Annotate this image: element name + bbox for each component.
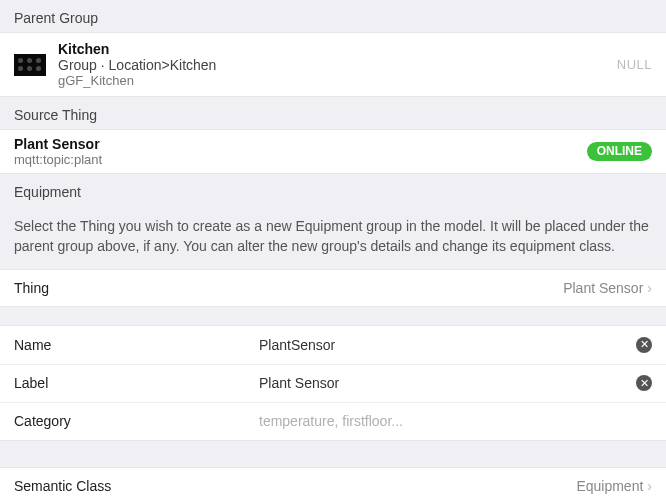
category-input[interactable] xyxy=(259,413,652,429)
source-thing-status-wrap: ONLINE xyxy=(587,142,652,161)
semantic-class-row[interactable]: Semantic Class Equipment › xyxy=(0,467,666,500)
name-row: Name ✕ xyxy=(0,326,666,364)
thing-selector-value: Plant Sensor xyxy=(563,280,643,296)
status-badge: ONLINE xyxy=(587,142,652,161)
source-thing-id: mqtt:topic:plant xyxy=(14,152,587,167)
source-thing-header: Source Thing xyxy=(0,97,666,129)
spacer xyxy=(0,307,666,325)
clear-name-button[interactable]: ✕ xyxy=(636,337,652,353)
chevron-right-icon: › xyxy=(647,478,652,494)
source-thing-title: Plant Sensor xyxy=(14,136,587,152)
semantic-class-value: Equipment xyxy=(576,478,643,494)
equipment-help-text: Select the Thing you wish to create as a… xyxy=(0,206,666,269)
clear-label-button[interactable]: ✕ xyxy=(636,375,652,391)
label-row: Label ✕ xyxy=(0,364,666,402)
equipment-form: Name ✕ Label ✕ Category xyxy=(0,325,666,441)
source-thing-row[interactable]: Plant Sensor mqtt:topic:plant ONLINE xyxy=(0,129,666,174)
name-input[interactable] xyxy=(259,337,628,353)
category-row: Category xyxy=(0,402,666,440)
semantic-class-label: Semantic Class xyxy=(14,478,111,494)
chevron-right-icon: › xyxy=(647,280,652,296)
thing-selector-value-wrap: Plant Sensor › xyxy=(563,280,652,296)
parent-group-value: NULL xyxy=(617,57,652,72)
parent-group-id: gGF_Kitchen xyxy=(58,73,617,88)
thing-selector-label: Thing xyxy=(14,280,49,296)
parent-group-info: Kitchen Group · Location>Kitchen gGF_Kit… xyxy=(58,41,617,88)
category-label: Category xyxy=(14,413,259,429)
semantic-class-value-wrap: Equipment › xyxy=(576,478,652,494)
source-thing-info: Plant Sensor mqtt:topic:plant xyxy=(14,136,587,167)
kitchen-icon xyxy=(14,54,46,76)
name-label: Name xyxy=(14,337,259,353)
parent-group-row[interactable]: Kitchen Group · Location>Kitchen gGF_Kit… xyxy=(0,32,666,97)
spacer-large xyxy=(0,441,666,467)
equipment-header: Equipment xyxy=(0,174,666,206)
close-icon: ✕ xyxy=(640,378,649,389)
parent-group-subtitle: Group · Location>Kitchen xyxy=(58,57,617,73)
label-input[interactable] xyxy=(259,375,628,391)
close-icon: ✕ xyxy=(640,339,649,350)
parent-group-header: Parent Group xyxy=(0,0,666,32)
parent-group-title: Kitchen xyxy=(58,41,617,57)
label-label: Label xyxy=(14,375,259,391)
thing-selector-row[interactable]: Thing Plant Sensor › xyxy=(0,269,666,307)
